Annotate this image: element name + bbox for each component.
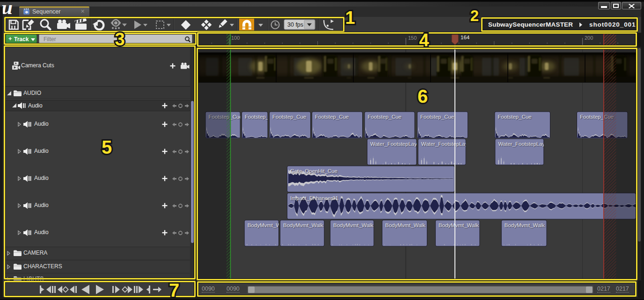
svg-text:1: 1 [345, 8, 355, 28]
svg-text:4: 4 [419, 30, 429, 50]
svg-text:3: 3 [115, 29, 124, 49]
svg-text:7: 7 [169, 280, 179, 300]
svg-text:2: 2 [470, 7, 479, 24]
svg-text:6: 6 [417, 86, 428, 107]
svg-text:5: 5 [102, 137, 112, 157]
